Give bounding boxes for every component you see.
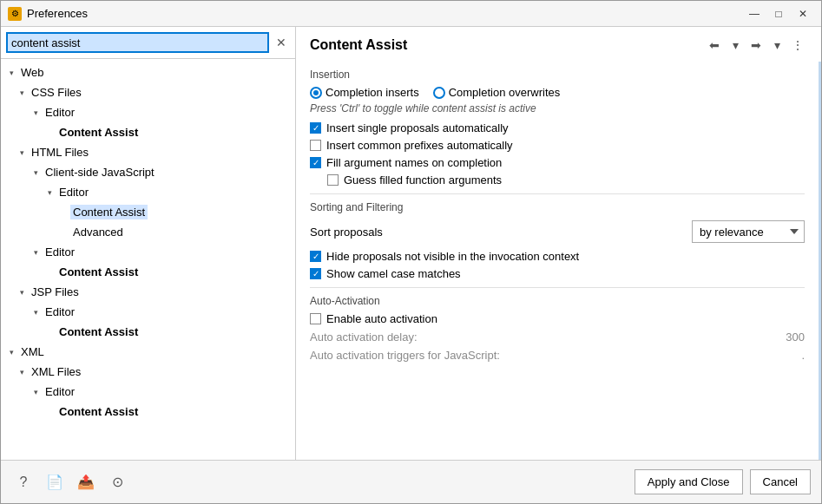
expand-icon[interactable]: ▾ (29, 166, 43, 180)
list-item[interactable]: ▾ JSP Files (1, 282, 295, 302)
list-item[interactable]: ▾ Web (1, 62, 295, 82)
checkbox-guess-args[interactable]: Guess filled function arguments (310, 173, 805, 187)
list-item[interactable]: ▾ Editor (1, 382, 295, 402)
close-button[interactable]: ✕ (792, 4, 814, 23)
list-item[interactable]: Content Assist (1, 262, 295, 282)
import-button[interactable]: 📄 (43, 470, 67, 494)
checkbox-insert-common-box[interactable] (310, 140, 321, 151)
expand-icon[interactable]: ▾ (29, 305, 43, 319)
list-item[interactable]: ▾ Editor (1, 302, 295, 322)
checkbox-enable-auto-label: Enable auto activation (326, 312, 437, 325)
field-delay-label: Auto activation delay: (310, 331, 753, 344)
search-bar: ✕ (1, 27, 295, 59)
field-delay-value: 300 (753, 331, 805, 344)
list-item[interactable]: Advanced (1, 222, 295, 242)
checkbox-fill-args[interactable]: Fill argument names on completion (310, 156, 805, 169)
checkbox-fill-args-label: Fill argument names on completion (326, 156, 502, 169)
expand-icon[interactable]: ▾ (29, 245, 43, 259)
footer-icons: ? 📄 📤 ⊙ (11, 470, 129, 494)
checkbox-enable-auto[interactable]: Enable auto activation (310, 312, 805, 325)
list-item[interactable]: Content Assist (1, 122, 295, 142)
search-clear-button[interactable]: ✕ (273, 34, 290, 51)
radio-completion-inserts[interactable]: Completion inserts (310, 86, 419, 99)
back-dropdown[interactable]: ▾ (726, 36, 745, 55)
field-triggers-row: Auto activation triggers for JavaScript:… (310, 349, 805, 362)
maximize-button[interactable]: □ (767, 4, 790, 23)
checkbox-insert-common[interactable]: Insert common prefixes automatically (310, 139, 805, 152)
right-panel: Content Assist ⬅ ▾ ➡ ▾ ⋮ Insertion Compl… (296, 27, 821, 460)
expand-icon[interactable]: ▾ (56, 206, 70, 219)
field-triggers-label: Auto activation triggers for JavaScript: (310, 349, 753, 362)
title-bar-left: ⚙ Preferences (8, 7, 88, 21)
expand-icon[interactable]: ▾ (15, 146, 29, 160)
title-bar: ⚙ Preferences — □ ✕ (1, 1, 821, 27)
field-delay-row: Auto activation delay: 300 (310, 331, 805, 344)
tree-item-label: Editor (43, 304, 77, 319)
radio-label-overwrites: Completion overwrites (449, 86, 561, 99)
sort-select[interactable]: by relevance alphabetically (692, 220, 805, 243)
checkbox-enable-auto-box[interactable] (310, 313, 321, 324)
panel-title: Content Assist (310, 37, 407, 53)
radio-group: Completion inserts Completion overwrites (310, 86, 805, 99)
checkbox-fill-args-box[interactable] (310, 157, 321, 168)
insertion-section-label: Insertion (310, 69, 805, 81)
expand-icon[interactable]: ▾ (43, 186, 56, 200)
list-item[interactable]: ▾ Editor (1, 182, 295, 202)
tree-item-label: XML Files (29, 364, 83, 379)
expand-icon[interactable]: ▾ (15, 285, 29, 299)
apply-close-button[interactable]: Apply and Close (635, 469, 743, 494)
expand-icon[interactable]: ▾ (29, 106, 43, 120)
list-item[interactable]: ▾ Editor (1, 242, 295, 262)
expand-icon[interactable]: ▾ (4, 345, 18, 359)
tree-item-label: Content Assist (70, 205, 148, 219)
tree-container[interactable]: ▾ Web ▾ CSS Files ▾ (1, 59, 295, 460)
left-panel: ✕ ▾ Web ▾ CSS Files (1, 27, 296, 460)
checkbox-guess-args-box[interactable] (327, 174, 339, 186)
forward-dropdown[interactable]: ▾ (767, 36, 786, 55)
divider-1 (310, 193, 805, 194)
tree-item-label: Content Assist (56, 404, 141, 419)
radio-completion-overwrites[interactable]: Completion overwrites (433, 86, 561, 99)
checkbox-show-camel-box[interactable] (310, 268, 321, 279)
settings-button[interactable]: ⊙ (105, 470, 129, 494)
tree-item-label: Content Assist (56, 265, 141, 279)
minimize-button[interactable]: — (743, 4, 766, 23)
window-controls: — □ ✕ (743, 4, 814, 23)
list-item[interactable]: ▾ CSS Files (1, 82, 295, 102)
expand-icon[interactable]: ▾ (29, 385, 43, 399)
tree-item-label: CSS Files (29, 85, 84, 100)
checkbox-hide-invisible-box[interactable] (310, 251, 321, 262)
field-triggers-value: . (753, 349, 805, 362)
list-item[interactable]: ▾ Client-side JavaScript (1, 162, 295, 182)
more-button[interactable]: ⋮ (788, 36, 807, 55)
sorting-section-label: Sorting and Filtering (310, 201, 805, 213)
panel-toolbar: ⬅ ▾ ➡ ▾ ⋮ (705, 36, 807, 55)
back-button[interactable]: ⬅ (705, 36, 724, 55)
expand-icon[interactable]: ▾ (15, 365, 29, 379)
list-item[interactable]: Content Assist (1, 322, 295, 342)
help-button[interactable]: ? (11, 470, 36, 494)
export-button[interactable]: 📤 (74, 470, 98, 494)
auto-activation-section-label: Auto-Activation (310, 295, 805, 307)
cancel-button[interactable]: Cancel (750, 469, 811, 494)
list-item[interactable]: ▾ Editor (1, 102, 295, 122)
expand-icon[interactable]: ▾ (4, 66, 18, 80)
checkbox-insert-single-box[interactable] (310, 122, 321, 134)
preferences-window: ⚙ Preferences — □ ✕ ✕ ▾ Web (0, 0, 822, 504)
expand-icon[interactable]: ▾ (15, 86, 29, 100)
tree-item-label: HTML Files (29, 145, 91, 160)
radio-label-inserts: Completion inserts (326, 86, 419, 99)
checkbox-hide-invisible[interactable]: Hide proposals not visible in the invoca… (310, 250, 805, 263)
checkbox-show-camel[interactable]: Show camel case matches (310, 267, 805, 280)
list-item[interactable]: Content Assist (1, 402, 295, 422)
forward-button[interactable]: ➡ (746, 36, 766, 55)
tree-item-label: Client-side JavaScript (43, 165, 157, 180)
checkbox-insert-single[interactable]: Insert single proposals automatically (310, 121, 805, 134)
list-item[interactable]: ▾ HTML Files (1, 142, 295, 162)
search-input[interactable] (6, 32, 269, 53)
list-item[interactable]: ▾ XML Files (1, 362, 295, 382)
list-item[interactable]: ▾ XML (1, 342, 295, 362)
list-item[interactable]: ▾ Content Assist (1, 202, 295, 222)
tree-item-label: Content Assist (56, 324, 141, 339)
tree-item-label: Web (18, 65, 47, 80)
